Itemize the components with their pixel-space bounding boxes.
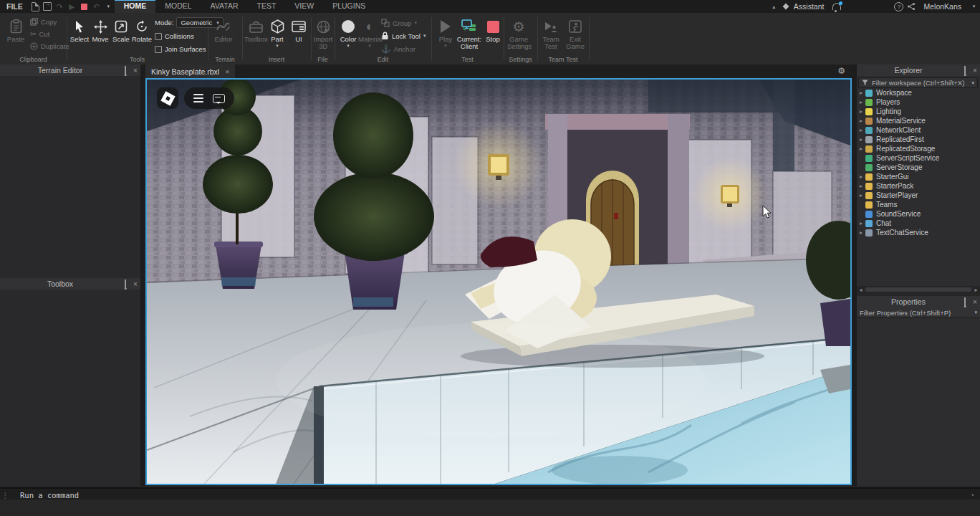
quick-access-caret[interactable]: ▾ <box>102 0 115 13</box>
tree-item-serverstorage[interactable]: ServerStorage <box>857 163 979 172</box>
tree-item-textchatservice[interactable]: ▸TextChatService <box>857 228 979 237</box>
tree-item-materialservice[interactable]: ▸MaterialService <box>857 116 979 125</box>
redo-button[interactable]: ↷ <box>54 0 66 13</box>
tree-item-starterplayer[interactable]: ▸StarterPlayer <box>857 191 979 200</box>
properties-filter[interactable]: Filter Properties (Ctrl+Shift+P) ▾ <box>857 307 980 318</box>
scrollbar-thumb[interactable] <box>865 287 971 292</box>
hamburger-menu-button[interactable] <box>193 94 203 102</box>
viewport-3d[interactable] <box>145 78 852 485</box>
undo-button[interactable]: ↶ <box>90 0 102 13</box>
notifications-button[interactable] <box>830 0 842 13</box>
stop-button[interactable]: Stop <box>481 17 504 43</box>
game-settings-button[interactable]: ⚙ Game Settings <box>507 17 530 50</box>
panel-divider[interactable] <box>852 64 857 486</box>
tree-item-soundservice[interactable]: SoundService <box>857 209 979 219</box>
help-button[interactable]: ? <box>893 0 905 13</box>
tree-item-chat[interactable]: ▸Chat <box>857 219 979 228</box>
move-tool-button[interactable]: Move <box>89 17 112 43</box>
part-button[interactable]: Part ▾ <box>266 17 289 49</box>
popout-button[interactable] <box>960 67 970 75</box>
cut-button[interactable]: ✂ Cut <box>30 30 49 38</box>
play-quick-button[interactable]: ▶ <box>66 0 78 13</box>
paste-button[interactable]: Paste <box>4 17 27 43</box>
viewport-settings-gear[interactable]: ⚙ <box>837 66 845 76</box>
expand-arrow-icon[interactable]: ▸ <box>857 127 865 133</box>
color-button[interactable]: Color ▾ <box>337 17 360 49</box>
new-file-button[interactable] <box>29 0 42 13</box>
tab-test[interactable]: TEST <box>248 0 286 13</box>
expand-arrow-icon[interactable]: ▸ <box>857 145 865 152</box>
tab-model[interactable]: MODEL <box>155 0 201 13</box>
exit-game-button[interactable]: Exit Game <box>564 17 587 50</box>
toolbox-button[interactable]: Toolbox <box>244 17 267 43</box>
tree-item-startergui[interactable]: ▸StarterGui <box>857 172 979 181</box>
scroll-left-icon[interactable]: ◂ <box>857 287 865 293</box>
tree-item-lighting[interactable]: ▸Lighting <box>857 107 979 116</box>
expand-arrow-icon[interactable]: ▸ <box>857 118 865 124</box>
expand-arrow-icon[interactable]: ▸ <box>857 99 865 105</box>
ribbon-collapse-button[interactable]: ▴ <box>768 0 780 13</box>
document-tab[interactable]: Kinky Baseplate.rbxl × <box>145 64 235 78</box>
duplicate-button[interactable]: Duplicate <box>30 42 69 50</box>
close-button[interactable]: × <box>970 298 980 306</box>
open-file-button[interactable] <box>42 0 54 13</box>
assistant-button[interactable] <box>780 0 792 13</box>
tab-plugins[interactable]: PLUGINS <box>323 0 375 13</box>
expand-arrow-icon[interactable]: ▸ <box>857 90 865 96</box>
import-3d-button[interactable]: Import 3D <box>312 17 335 50</box>
chat-bubble-button[interactable] <box>213 94 225 103</box>
material-button[interactable]: ◐ Material ▾ <box>358 17 381 49</box>
explorer-filter[interactable]: Filter workspace (Ctrl+Shift+X) ▾ <box>858 77 978 87</box>
rotate-tool-button[interactable]: Rotate <box>130 17 153 43</box>
expand-arrow-icon[interactable]: ▸ <box>857 136 865 143</box>
share-button[interactable] <box>905 0 917 13</box>
panel-divider[interactable] <box>140 64 145 486</box>
tree-item-replicatedfirst[interactable]: ▸ReplicatedFirst <box>857 135 979 144</box>
select-tool-button[interactable]: Select <box>68 17 91 43</box>
current-client-button[interactable]: Current: Client <box>456 17 482 50</box>
scale-tool-button[interactable]: Scale <box>110 17 133 43</box>
tab-home[interactable]: HOME <box>115 0 156 14</box>
assistant-label[interactable]: Assistant <box>792 0 831 13</box>
play-button[interactable]: Play ▾ <box>434 17 457 49</box>
close-button[interactable]: × <box>130 67 140 75</box>
expand-arrow-icon[interactable]: ▸ <box>857 220 865 226</box>
popout-button[interactable] <box>960 298 970 306</box>
command-input[interactable]: Run a command <box>10 491 79 500</box>
expand-arrow-icon[interactable]: ▸ <box>857 173 865 180</box>
terrain-editor-button[interactable]: Editor <box>212 17 235 43</box>
popout-button[interactable] <box>120 67 130 75</box>
ui-button[interactable]: UI <box>287 17 310 43</box>
copy-button[interactable]: Copy <box>30 18 57 26</box>
popout-button[interactable] <box>120 280 130 288</box>
scroll-right-icon[interactable]: ▸ <box>972 287 980 293</box>
tree-item-teams[interactable]: Teams <box>857 200 979 209</box>
close-icon[interactable]: × <box>225 67 229 76</box>
drag-handle-icon[interactable]: ⋮ <box>0 491 10 500</box>
close-button[interactable]: × <box>970 67 980 75</box>
expand-arrow-icon[interactable]: ▸ <box>857 183 865 189</box>
lock-tool-button[interactable]: Lock Tool ▾ <box>381 32 426 40</box>
expand-arrow-icon[interactable]: ▸ <box>857 108 865 115</box>
tab-view[interactable]: VIEW <box>285 0 323 13</box>
tree-item-serverscriptservice[interactable]: ServerScriptService <box>857 153 979 163</box>
explorer-hscrollbar[interactable]: ◂ ▸ <box>857 286 980 293</box>
tree-item-replicatedstorage[interactable]: ▸ReplicatedStorage <box>857 144 979 153</box>
team-test-button[interactable]: Team Test <box>539 17 562 50</box>
tree-item-players[interactable]: ▸Players <box>857 97 979 107</box>
roblox-menu-button[interactable] <box>157 87 178 109</box>
join-surfaces-checkbox[interactable]: Join Surfaces <box>155 45 206 53</box>
expand-arrow-icon[interactable]: ▸ <box>857 229 865 236</box>
collisions-checkbox[interactable]: Collisions <box>155 32 194 40</box>
user-menu[interactable]: MelonKans <box>917 0 968 13</box>
tree-item-networkclient[interactable]: ▸NetworkClient <box>857 125 979 135</box>
expand-arrow-icon[interactable]: ▸ <box>857 192 865 199</box>
group-button[interactable]: Group ▾ <box>381 19 417 27</box>
stop-quick-button[interactable] <box>78 0 90 13</box>
caret-down-icon[interactable]: ▾ <box>971 492 980 498</box>
tab-avatar[interactable]: AVATAR <box>201 0 248 13</box>
tree-item-workspace[interactable]: ▸Workspace <box>857 88 979 97</box>
user-menu-caret[interactable]: ▾ <box>968 0 980 13</box>
file-menu[interactable]: FILE <box>0 0 29 13</box>
close-button[interactable]: × <box>130 280 140 288</box>
